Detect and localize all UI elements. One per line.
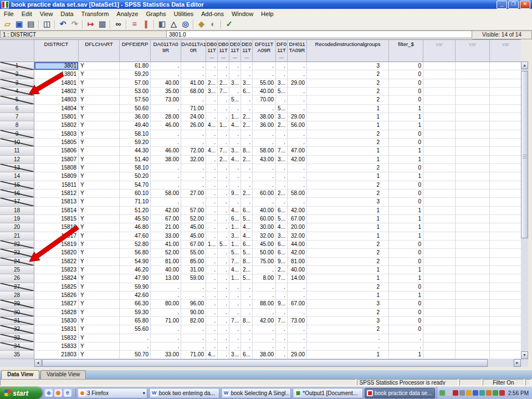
cell-DPFEIERP-r10[interactable]: 59.20 (120, 139, 151, 147)
cell-filter_$-r29[interactable]: 0 (389, 300, 423, 308)
cell-DISTRICT-r23[interactable]: 15820 (34, 249, 79, 257)
cell-var3-r2[interactable] (490, 70, 521, 79)
cell-DH011TA09R-r23[interactable]: 42.00 (288, 249, 307, 257)
cell-DF011TA09R-r34[interactable]: . (253, 342, 276, 351)
cell-DF011TA09R-r8[interactable]: 36.00 (253, 121, 276, 130)
cell-var3-r22[interactable] (490, 241, 521, 249)
cell-DPFEIERP-r6[interactable]: 50.60 (120, 105, 151, 113)
cell-var1-r26[interactable] (423, 274, 456, 283)
cell-Recodedinstructionalgroups-r32[interactable]: 2 (307, 325, 389, 334)
cell-filter_$-r10[interactable]: 0 (389, 139, 423, 147)
cell-DF011TA09R-r11[interactable]: 58.00 (253, 147, 276, 155)
cell-DISTRICT-r35[interactable]: 21803 (34, 351, 79, 359)
cell-DF011T-r22[interactable]: 6... (276, 241, 288, 249)
cell-DFLCHART-r10[interactable]: Y (79, 139, 120, 147)
cell-DH011TA09R-r3[interactable]: 29.00 (288, 79, 307, 88)
cell-DE011T_a-r3[interactable]: 3... (229, 79, 241, 88)
cell-DISTRICT-r20[interactable]: 15816 (34, 223, 79, 232)
column-header-filter_$[interactable]: filter_$ (389, 40, 423, 62)
cell-Recodedinstructionalgroups-r33[interactable]: . (307, 334, 389, 342)
cell-Recodedinstructionalgroups-r1[interactable]: 3 (307, 62, 389, 70)
cell-DB011T_a-r28[interactable]: . (206, 291, 218, 300)
cell-var3-r7[interactable] (490, 113, 521, 121)
cell-DF011T-r21[interactable]: 3... (276, 232, 288, 241)
cell-DF011T-r32[interactable]: . (276, 325, 288, 334)
cell-var3-r35[interactable] (490, 351, 521, 359)
cell-DF011TA09R-r14[interactable]: . (253, 172, 276, 181)
cell-DE011T_a-r21[interactable]: 3... (229, 232, 241, 241)
cell-DE011T_a-r14[interactable]: . (229, 172, 241, 181)
cell-DB011T_a-r9[interactable]: . (206, 130, 218, 139)
cell-DF011TA09R-r30[interactable]: . (253, 309, 276, 317)
cell-DE011T_b-r1[interactable]: . (241, 62, 253, 70)
cell-DE011T_a-r28[interactable]: . (229, 291, 241, 300)
cell-DPFEIERP-r27[interactable]: 59.90 (120, 283, 151, 291)
cell-DB011T_b-r29[interactable]: . (218, 300, 229, 308)
cell-var2-r32[interactable] (456, 325, 490, 334)
cell-Recodedinstructionalgroups-r20[interactable]: 1 (307, 223, 389, 232)
cell-DF011T-r8[interactable]: 2... (276, 121, 288, 130)
cell-DE011T_a-r25[interactable]: 4... (229, 266, 241, 274)
cell-DE011T_a-r34[interactable]: . (229, 342, 241, 351)
cell-DA011TA10R-r32[interactable]: . (181, 325, 206, 334)
cell-DA011TA10R-r24[interactable]: 85.00 (181, 258, 206, 266)
cell-DA011TA10R-r6[interactable]: 71.00 (181, 105, 206, 113)
cell-DFLCHART-r12[interactable]: Y (79, 156, 120, 164)
cell-DB011T_a-r33[interactable]: . (206, 334, 218, 342)
cell-DISTRICT-r21[interactable]: 15817 (34, 232, 79, 241)
cell-DA011TA10R-r5[interactable]: . (181, 96, 206, 104)
column-header-DISTRICT[interactable]: DISTRICT (34, 40, 79, 62)
cell-var1-r33[interactable] (423, 334, 456, 342)
cell-Recodedinstructionalgroups-r14[interactable]: 1 (307, 172, 389, 181)
cell-var2-r3[interactable] (456, 79, 490, 88)
cell-DE011T_a-r9[interactable]: . (229, 130, 241, 139)
cell-Recodedinstructionalgroups-r30[interactable]: 2 (307, 309, 389, 317)
cell-Recodedinstructionalgroups-r13[interactable]: 2 (307, 164, 389, 172)
start-button[interactable]: start (0, 387, 42, 399)
cell-DB011T_b-r21[interactable]: . (218, 232, 229, 241)
cell-DE011T_b-r28[interactable]: . (241, 291, 253, 300)
column-header-Recodedinstructionalgroups[interactable]: Recodedinstructionalgroups (307, 40, 389, 62)
cell-var2-r30[interactable] (456, 309, 490, 317)
cell-var2-r10[interactable] (456, 139, 490, 147)
tab-variable-view[interactable]: Variable View (40, 370, 86, 379)
cell-editor-input[interactable]: 3801.0 (166, 30, 472, 38)
cell-DFLCHART-r32[interactable]: Y (79, 325, 120, 334)
cell-filter_$-r8[interactable]: 1 (389, 121, 423, 130)
cell-DPFEIERP-r28[interactable]: 42.60 (120, 291, 151, 300)
cell-var1-r4[interactable] (423, 88, 456, 96)
cell-DH011TA09R-r6[interactable]: . (288, 105, 307, 113)
cell-Recodedinstructionalgroups-r12[interactable]: 1 (307, 156, 389, 164)
column-header-DF011T[interactable]: DF0 11T ... (276, 40, 288, 62)
cell-DF011T-r24[interactable]: 9... (276, 258, 288, 266)
cell-DH011TA09R-r1[interactable]: . (288, 62, 307, 70)
tray-icon-4[interactable] (459, 390, 465, 396)
cell-Recodedinstructionalgroups-r23[interactable]: 2 (307, 249, 389, 257)
cell-DE011T_b-r23[interactable]: 5... (241, 249, 253, 257)
undo-icon[interactable]: ↶ (57, 19, 69, 29)
value-labels-icon[interactable]: ◈ (196, 19, 207, 29)
cell-DA011TA10R-r11[interactable]: 72.00 (181, 147, 206, 155)
cell-DB011T_b-r10[interactable]: . (218, 139, 229, 147)
cell-DPFEIERP-r5[interactable]: 57.50 (120, 96, 151, 104)
cell-var1-r25[interactable] (423, 266, 456, 274)
cell-filter_$-r26[interactable]: 1 (389, 274, 423, 283)
cell-DF011TA09R-r27[interactable]: . (253, 283, 276, 291)
row-number-31[interactable]: 31 (0, 317, 34, 325)
cell-DISTRICT-r27[interactable]: 15825 (34, 283, 79, 291)
goto-case-icon[interactable]: ↦ (85, 19, 96, 29)
cell-DA011TA09R-r30[interactable]: . (151, 309, 181, 317)
cell-DF011TA09R-r18[interactable]: 40.00 (253, 207, 276, 215)
cell-Recodedinstructionalgroups-r25[interactable]: 1 (307, 266, 389, 274)
cell-DPFEIERP-r24[interactable]: 54.90 (120, 258, 151, 266)
cell-var3-r32[interactable] (490, 325, 521, 334)
column-header-DH011TA09R[interactable]: DH011 TA09R (288, 40, 307, 62)
cell-DB011T_a-r23[interactable]: . (206, 249, 218, 257)
cell-DA011TA10R-r15[interactable]: . (181, 181, 206, 190)
row-number-19[interactable]: 19 (0, 215, 34, 223)
row-number-16[interactable]: 16 (0, 190, 34, 198)
cell-var1-r16[interactable] (423, 190, 456, 198)
row-number-15[interactable]: 15 (0, 181, 34, 190)
cell-var1-r14[interactable] (423, 172, 456, 181)
cell-var2-r19[interactable] (456, 215, 490, 223)
